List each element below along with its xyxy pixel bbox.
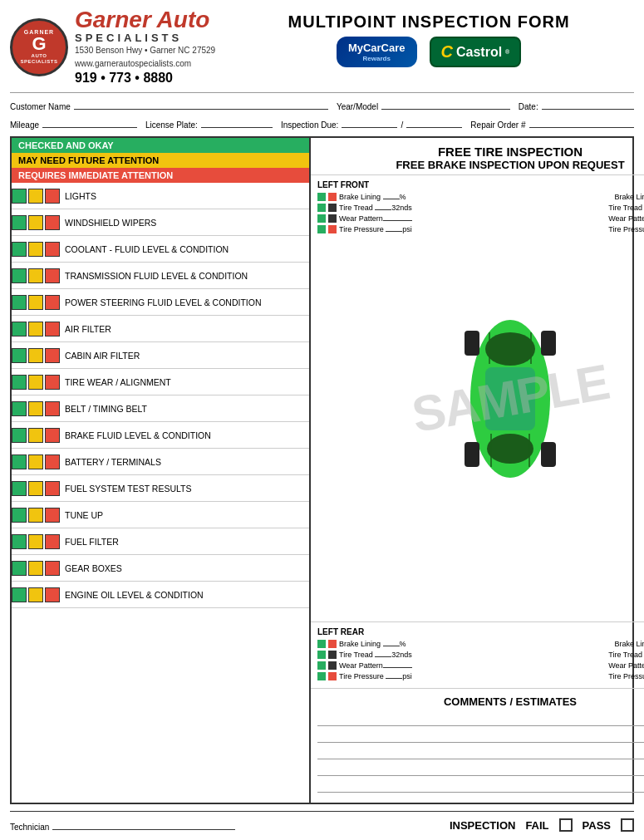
legend-green: CHECKED AND OKAY (12, 138, 309, 153)
cb-green-11[interactable] (12, 481, 27, 496)
item-label-5: AIR FILTER (65, 324, 111, 334)
mycarcare-sub: Rewards (363, 55, 391, 63)
cb-red-10[interactable] (45, 454, 60, 469)
item-label-0: LIGHTS (65, 191, 96, 201)
cb-red-4[interactable] (45, 295, 60, 310)
cb-red-3[interactable] (45, 268, 60, 283)
cb-red-5[interactable] (45, 322, 60, 336)
lf-pressure-value[interactable] (386, 231, 402, 232)
cb-red-6[interactable] (45, 348, 60, 363)
cb-red-8[interactable] (45, 401, 60, 416)
cb-green-7[interactable] (12, 375, 27, 390)
cb-green-1[interactable] (12, 215, 27, 230)
cb-yellow-3[interactable] (28, 268, 43, 283)
cb-yellow-0[interactable] (28, 189, 43, 204)
year-model-input[interactable] (381, 98, 510, 110)
comment-line-5[interactable] (317, 779, 644, 793)
cb-green-8[interactable] (12, 401, 27, 416)
cb-red-9[interactable] (45, 428, 60, 443)
svg-rect-5 (541, 331, 556, 356)
lf-tread-value[interactable] (375, 209, 391, 210)
left-rear-corner: LEFT REAR Brake Lining % Tire Tread 32nd… (311, 622, 456, 688)
cb-yellow-7[interactable] (28, 375, 43, 390)
cb-yellow-12[interactable] (28, 508, 43, 523)
cb-red-14[interactable] (45, 561, 60, 576)
item-label-9: BRAKE FLUID LEVEL & CONDITION (65, 430, 211, 440)
cb-green-2[interactable] (12, 242, 27, 257)
pass-checkbox[interactable] (621, 818, 634, 832)
castrol-text: Castrol (456, 45, 502, 60)
cb-red-11[interactable] (45, 481, 60, 496)
car-diagram: SAMPLE (456, 175, 564, 621)
cb-red-1[interactable] (45, 215, 60, 230)
comment-line-1[interactable] (317, 713, 644, 726)
repair-order-input[interactable] (529, 116, 635, 128)
cb-green-9[interactable] (12, 428, 27, 443)
cb-green-4[interactable] (12, 295, 27, 310)
lr-pressure-value[interactable] (386, 678, 402, 679)
cb-yellow-8[interactable] (28, 401, 43, 416)
technician-input[interactable] (52, 818, 235, 830)
checkbox-group-7 (12, 375, 60, 390)
cb-green-14[interactable] (12, 561, 27, 576)
comment-line-2[interactable] (317, 729, 644, 743)
cb-green-3[interactable] (12, 268, 27, 283)
cb-yellow-9[interactable] (28, 428, 43, 443)
cb-red-7[interactable] (45, 375, 60, 390)
comments-title: COMMENTS / ESTIMATES (317, 695, 644, 708)
cb-yellow-1[interactable] (28, 215, 43, 230)
cb-red-12[interactable] (45, 508, 60, 523)
checkbox-group-6 (12, 348, 60, 363)
lr-tread-value[interactable] (375, 656, 391, 657)
cb-green-13[interactable] (12, 534, 27, 549)
cb-yellow-15[interactable] (28, 587, 43, 602)
mycarcare-logo: MyCarCare Rewards (337, 37, 417, 67)
comment-line-3[interactable] (317, 746, 644, 759)
cb-green-12[interactable] (12, 508, 27, 523)
inspection-item: FUEL SYSTEM TEST RESULTS (12, 475, 309, 502)
cb-green-6[interactable] (12, 348, 27, 363)
cb-red-2[interactable] (45, 242, 60, 257)
inspection-item: FUEL FILTER (12, 528, 309, 555)
lr-brake-green (317, 640, 326, 648)
license-input[interactable] (201, 116, 273, 128)
date-input[interactable] (542, 98, 634, 110)
svg-point-2 (487, 434, 533, 464)
customer-name-input[interactable] (74, 98, 328, 110)
legend-yellow: MAY NEED FUTURE ATTENTION (12, 153, 309, 168)
fail-label: FAIL (525, 819, 548, 832)
lr-brake-value[interactable] (383, 646, 400, 646)
checkbox-group-2 (12, 242, 60, 257)
cb-yellow-6[interactable] (28, 348, 43, 363)
cb-yellow-11[interactable] (28, 481, 43, 496)
cb-red-13[interactable] (45, 534, 60, 549)
cb-yellow-5[interactable] (28, 322, 43, 336)
lf-wear-value[interactable] (383, 220, 412, 221)
inspection-due-year[interactable] (406, 116, 462, 128)
garner-g: G (32, 35, 46, 53)
lr-brake-red (328, 640, 337, 648)
cb-green-10[interactable] (12, 454, 27, 469)
cb-yellow-2[interactable] (28, 242, 43, 257)
right-rear-corner: RIGHT REAR Brake Lining % Tire Tread 32n… (564, 622, 644, 688)
item-label-4: POWER STEERING FLUID LEVEL & CONDITION (65, 297, 261, 307)
cb-green-0[interactable] (12, 189, 27, 204)
cb-yellow-13[interactable] (28, 534, 43, 549)
cb-red-15[interactable] (45, 587, 60, 602)
company-name: Garner Auto (75, 8, 215, 32)
inspection-due-month[interactable] (342, 116, 397, 128)
tire-header: FREE TIRE INSPECTION FREE BRAKE INSPECTI… (311, 138, 644, 175)
fail-checkbox[interactable] (559, 818, 573, 832)
cb-red-0[interactable] (45, 189, 60, 204)
cb-green-15[interactable] (12, 587, 27, 602)
cb-yellow-4[interactable] (28, 295, 43, 310)
lf-brake-value[interactable] (383, 199, 400, 199)
comment-line-4[interactable] (317, 763, 644, 776)
cb-green-5[interactable] (12, 322, 27, 336)
lr-wear-value[interactable] (383, 667, 412, 668)
lr-wear-black (328, 661, 337, 670)
lr-pressure-green (317, 672, 326, 680)
cb-yellow-14[interactable] (28, 561, 43, 576)
mileage-input[interactable] (42, 116, 137, 128)
cb-yellow-10[interactable] (28, 454, 43, 469)
